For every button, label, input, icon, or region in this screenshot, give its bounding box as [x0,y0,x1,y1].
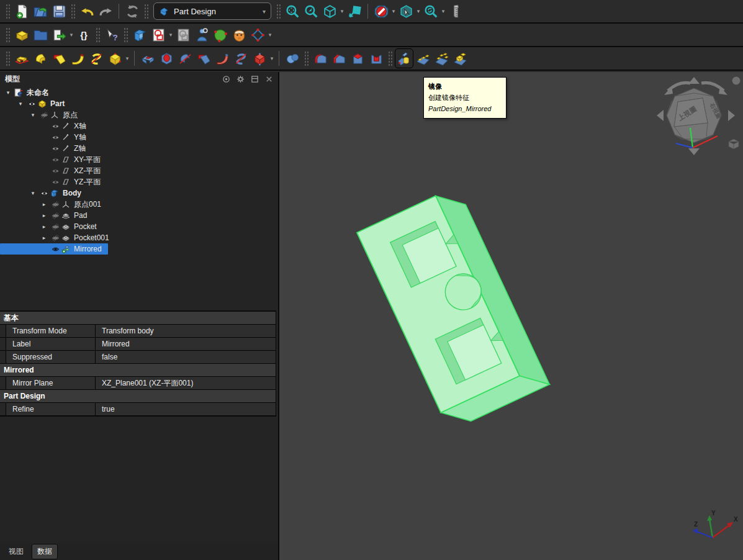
validate-sketch-button[interactable] [192,25,211,45]
expander-icon[interactable]: ▸ [38,224,50,230]
property-value[interactable]: true [96,403,276,415]
subtractive-pipe-button[interactable] [213,48,232,68]
whats-this-button[interactable]: ? [102,25,121,45]
visibility-eye-icon[interactable] [50,133,61,142]
thickness-button[interactable] [367,48,385,68]
clone-button[interactable] [230,25,248,45]
selection-view-button[interactable] [397,1,415,21]
property-group-partdesign[interactable]: Part Design [0,390,276,403]
toolbar-drag-handle[interactable] [304,51,308,66]
visibility-hidden-icon[interactable] [50,234,61,242]
property-value[interactable]: false [96,351,276,363]
create-sketch-button[interactable] [149,25,168,45]
chevron-down-icon[interactable]: ▾ [440,8,446,14]
visibility-eye-icon[interactable] [26,100,37,108]
tree-row-body[interactable]: ▾ Body [0,187,88,199]
tree-row-x-axis[interactable]: X轴 [0,120,92,132]
sync-selection-icon[interactable] [222,75,230,83]
expander-icon[interactable]: ▾ [27,190,38,196]
polar-pattern-button[interactable] [432,48,451,68]
chevron-down-icon[interactable]: ▾ [339,8,345,14]
additive-pipe-button[interactable] [68,48,87,68]
dock-view-button[interactable] [345,1,364,21]
property-group-basic[interactable]: 基本 [0,312,276,325]
search-zoom-button[interactable] [421,1,440,21]
toolbar-drag-handle[interactable] [96,27,100,42]
new-document-button[interactable] [12,1,31,21]
export-button[interactable] [50,25,68,45]
visibility-eye-icon[interactable] [50,245,61,253]
create-datum-button[interactable] [248,25,267,45]
tree-row-mirrored[interactable]: Mirrored [0,243,108,255]
part-workbench-button[interactable] [12,25,31,45]
draft-button[interactable] [348,48,367,68]
workbench-selector[interactable]: Part Design ▾ [153,2,271,20]
tree-row-pocket001[interactable]: ▸ Pocket001 [0,232,115,243]
chevron-down-icon[interactable]: ▾ [415,8,421,14]
subtractive-helix-button[interactable] [232,48,250,68]
toolbar-drag-handle[interactable] [388,51,392,66]
expander-icon[interactable]: ▸ [38,212,50,219]
expander-icon[interactable]: ▸ [38,235,50,241]
toolbar-drag-handle[interactable] [71,4,75,19]
property-row-transform-mode[interactable]: Transform Mode Transform body [0,325,276,338]
zoom-to-selection-button[interactable] [302,1,320,21]
property-row-refine[interactable]: Refine true [0,403,276,416]
new-group-button[interactable] [31,25,50,45]
visibility-eye-icon[interactable] [50,167,61,175]
tab-data[interactable]: 数据 [32,544,58,559]
toolbar-drag-handle[interactable] [276,4,281,19]
chevron-down-icon[interactable]: ▾ [168,32,174,38]
property-row-label[interactable]: Label Mirrored [0,338,276,351]
visibility-hidden-icon[interactable] [50,223,61,231]
isometric-view-button[interactable] [320,1,339,21]
settings-gear-icon[interactable] [236,75,245,83]
boolean-operation-button[interactable] [283,48,302,68]
property-value[interactable]: XZ_Plane001 (XZ-平面001) [96,377,276,389]
save-button[interactable] [50,1,68,21]
visibility-hidden-icon[interactable] [50,201,61,209]
visibility-eye-icon[interactable] [50,178,61,186]
tree-row-pad[interactable]: ▸ Pad [0,210,93,221]
property-row-suppressed[interactable]: Suppressed false [0,351,276,364]
property-group-mirrored[interactable]: Mirrored [0,364,276,377]
chevron-down-icon[interactable]: ▾ [269,55,275,61]
tree-row-yz-plane[interactable]: YZ-平面 [0,176,107,187]
edit-sketch-button[interactable] [174,25,192,45]
expander-icon[interactable]: ▾ [15,101,26,107]
navigation-cube[interactable]: 上視圖 右視圖 [649,75,742,161]
revolution-button[interactable] [31,48,50,68]
chevron-down-icon[interactable]: ▾ [390,8,397,14]
pad-button[interactable] [12,48,31,68]
redo-button[interactable] [96,1,115,21]
subtractive-loft-button[interactable] [194,48,213,68]
fit-all-button[interactable] [283,1,302,21]
measure-button[interactable] [446,1,465,21]
visibility-eye-icon[interactable] [50,156,61,164]
property-value[interactable]: Transform body [96,325,276,337]
chevron-down-icon[interactable]: ▾ [267,32,273,38]
toolbar-drag-handle[interactable] [144,4,148,19]
clipping-plane-button[interactable] [372,1,390,21]
chevron-down-icon[interactable]: ▾ [124,55,130,61]
tree-row-xy-plane[interactable]: XY-平面 [0,154,107,165]
additive-loft-button[interactable] [50,48,68,68]
expander-icon[interactable]: ▾ [2,89,14,96]
tree-row-xz-plane[interactable]: XZ-平面 [0,165,107,176]
linear-pattern-button[interactable] [413,48,432,68]
mirrored-button[interactable] [395,48,413,68]
toolbar-drag-handle[interactable] [124,27,128,42]
tree-row-origin[interactable]: ▾ 原点 [0,109,84,120]
additive-primitive-button[interactable] [106,48,124,68]
refresh-button[interactable] [123,1,142,21]
tree-row-origin001[interactable]: ▸ 原点001 [0,199,107,210]
tree-row-document[interactable]: ▾ 未命名 [0,87,55,98]
chamfer-button[interactable] [330,48,348,68]
tree-row-pocket[interactable]: ▸ Pocket [0,221,103,232]
open-document-button[interactable] [31,1,50,21]
chevron-down-icon[interactable]: ▾ [68,32,74,38]
fillet-button[interactable] [311,48,330,68]
tree-row-part[interactable]: ▾ Part [0,98,71,109]
visibility-eye-icon[interactable] [50,145,61,153]
visibility-hidden-icon[interactable] [38,111,50,119]
